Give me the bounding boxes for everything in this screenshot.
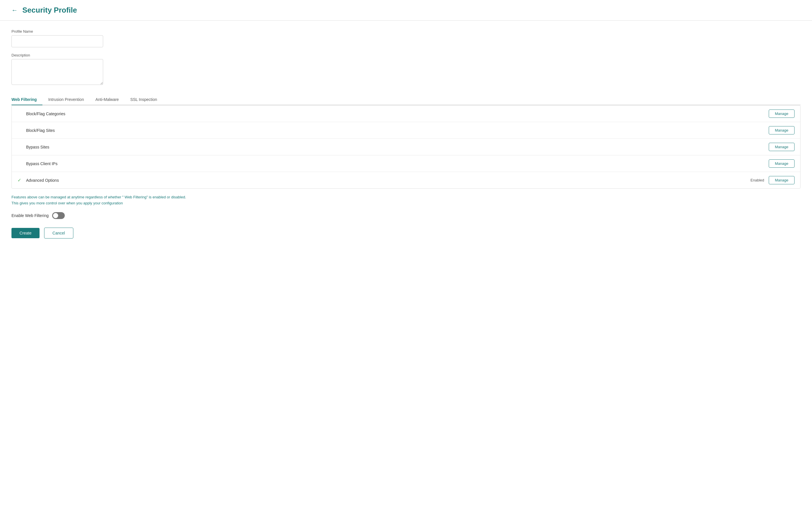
- tabs-container: Web Filtering Intrusion Prevention Anti-…: [11, 94, 801, 189]
- row-label: Block/Flag Categories: [26, 111, 769, 116]
- tab-ssl-inspection[interactable]: SSL Inspection: [125, 94, 163, 105]
- info-line2: This gives you more control over when yo…: [11, 200, 801, 206]
- checkmark-icon: ✓: [18, 178, 26, 183]
- page-header: ← Security Profile: [0, 0, 812, 21]
- table-row: ✓ Advanced Options Enabled Manage: [12, 172, 800, 188]
- actions-row: Create Cancel: [11, 228, 801, 238]
- tab-web-filtering[interactable]: Web Filtering: [11, 94, 43, 105]
- main-content: Profile Name Description Web Filtering I…: [0, 21, 812, 247]
- table-row: Bypass Client IPs Manage: [12, 155, 800, 172]
- web-filtering-toggle[interactable]: [52, 212, 65, 219]
- table-row: Bypass Sites Manage: [12, 139, 800, 155]
- manage-advanced-options-button[interactable]: Manage: [769, 176, 794, 184]
- tabs-bar: Web Filtering Intrusion Prevention Anti-…: [11, 94, 801, 105]
- info-text: Features above can be managed at anytime…: [11, 194, 801, 206]
- back-button[interactable]: ←: [11, 7, 18, 14]
- toggle-slider: [52, 212, 65, 219]
- row-label: Block/Flag Sites: [26, 128, 769, 133]
- manage-bypass-sites-button[interactable]: Manage: [769, 143, 794, 151]
- toggle-label: Enable Web Filtering: [11, 213, 49, 218]
- table-row: Block/Flag Categories Manage: [12, 105, 800, 122]
- row-label: Advanced Options: [26, 178, 750, 183]
- row-label: Bypass Client IPs: [26, 161, 769, 166]
- table-row: Block/Flag Sites Manage: [12, 122, 800, 139]
- description-label: Description: [11, 53, 801, 57]
- manage-block-flag-sites-button[interactable]: Manage: [769, 126, 794, 134]
- manage-bypass-client-ips-button[interactable]: Manage: [769, 159, 794, 168]
- create-button[interactable]: Create: [11, 228, 39, 238]
- profile-name-label: Profile Name: [11, 29, 801, 33]
- description-group: Description: [11, 53, 801, 86]
- cancel-button[interactable]: Cancel: [44, 228, 73, 238]
- description-input[interactable]: [11, 59, 103, 85]
- enable-web-filtering-row: Enable Web Filtering: [11, 212, 801, 219]
- profile-name-group: Profile Name: [11, 29, 801, 47]
- features-table: Block/Flag Categories Manage Block/Flag …: [11, 105, 801, 189]
- info-line1: Features above can be managed at anytime…: [11, 194, 801, 200]
- tab-intrusion-prevention[interactable]: Intrusion Prevention: [43, 94, 90, 105]
- row-label: Bypass Sites: [26, 145, 769, 149]
- tab-anti-malware[interactable]: Anti-Malware: [90, 94, 125, 105]
- row-status: Enabled: [750, 178, 764, 182]
- manage-block-flag-categories-button[interactable]: Manage: [769, 109, 794, 118]
- profile-name-input[interactable]: [11, 35, 103, 47]
- page-title: Security Profile: [22, 6, 77, 15]
